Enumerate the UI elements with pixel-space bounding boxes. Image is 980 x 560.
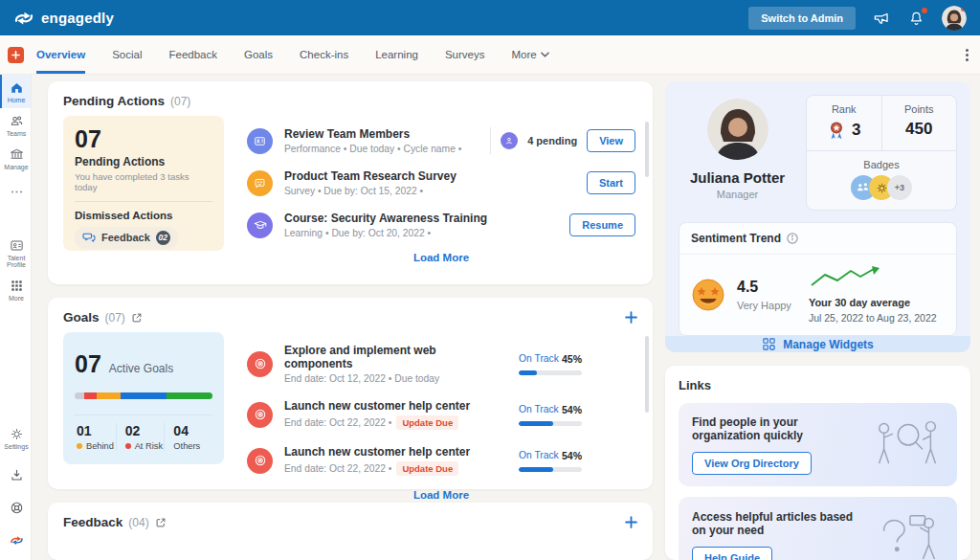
view-org-directory-button[interactable]: View Org Directory [692,452,812,475]
org-directory-illustration [871,415,946,475]
org-directory-link-item: Find people in your organization quickly… [679,403,957,486]
more-badges-count[interactable]: +3 [887,175,912,200]
pending-load-more-link[interactable]: Load More [247,246,635,263]
ellipsis-icon [10,185,24,199]
pending-row-meta: Performance • Due today • Cycle name • [284,144,461,154]
quick-add-button[interactable] [8,47,24,63]
goals-load-more-link[interactable]: Load More [247,483,635,501]
points-value: 450 [905,120,932,139]
tabbar-overflow-menu-icon[interactable] [966,49,969,61]
sentiment-average-label: Your 30 day average [809,297,937,308]
add-goal-button[interactable] [625,311,637,324]
pending-label: Pending Actions [75,155,212,168]
sidebar-item-home[interactable]: Home [0,75,31,108]
scrollbar-thumb[interactable] [645,122,649,177]
pending-number: 07 [75,126,212,153]
goals-external-link-icon[interactable] [131,312,143,324]
goal-target-icon [247,448,273,474]
points-cell: Points 450 [881,96,957,150]
sidebar-item-help[interactable] [0,495,31,520]
grid-icon [10,279,24,293]
talent-profile-icon [10,238,24,253]
help-guide-illustration [871,509,946,560]
performance-review-icon [247,128,273,154]
download-icon [10,468,24,482]
feedback-card: Feedback (04) [48,503,653,560]
sidebar-item-teams[interactable]: Teams [0,108,31,142]
status-dot [125,443,131,449]
goal-progress: On Track 54% [519,450,582,472]
info-icon[interactable] [787,233,798,244]
notifications-bell-icon[interactable] [908,10,924,27]
profile-avatar[interactable] [707,99,768,160]
org-directory-text: Find people in your organization quickly [692,415,863,442]
module-tabbar: Overview Social Feedback Goals Check-ins… [0,35,980,75]
tab-social[interactable]: Social [112,35,142,74]
top-header: engagedly Switch to Admin [0,0,980,35]
sidebar-item-more-apps[interactable]: More [0,273,31,306]
goal-row-title: Explore and implement web components [284,344,507,370]
goal-progress: On Track 45% [519,353,582,375]
sentiment-trend-card: Sentiment Trend [679,222,957,336]
start-button[interactable]: Start [587,171,635,194]
rank-points-badges-box: Rank 3 [806,95,957,211]
engagedly-dashboard: engagedly Switch to Admin [0,0,980,560]
pending-row-meta: Survey • Due by: Oct 15, 2022 • [284,186,457,196]
pending-row-title: Product Team Research Survey [284,169,457,183]
tab-feedback[interactable]: Feedback [168,35,217,74]
add-feedback-button[interactable] [625,516,637,528]
goal-row-title: Launch new customer help center [284,399,470,413]
feedback-external-link-icon[interactable] [155,517,167,528]
switch-to-admin-button[interactable]: Switch to Admin [748,7,856,30]
profile-name: Juliana Potter [690,169,785,186]
view-button[interactable]: View [587,129,635,152]
avatar-status-dot [961,6,967,11]
help-guide-link-item: Access helpful articles based on your ne… [679,497,957,560]
notification-dot [922,8,927,13]
update-due-badge: Update Due [396,461,458,476]
scrollbar-thumb[interactable] [645,336,649,413]
goals-stat-behind: 01 Behind [75,423,116,451]
links-title: Links [679,378,957,392]
goals-status-bar [75,392,212,399]
help-guide-button[interactable]: Help Guide [692,547,772,560]
update-due-badge: Update Due [396,415,458,430]
sidebar-item-talent-profile[interactable]: Talent Profile [0,233,31,273]
announcements-icon[interactable] [873,9,891,27]
resume-button[interactable]: Resume [569,213,635,236]
goal-row: Launch new customer help center End date… [247,437,635,483]
goal-target-icon [247,402,273,428]
goal-row-meta: End date: Oct 22, 2022 • [284,463,391,474]
sidebar-item-manage[interactable]: Manage [0,142,31,175]
dismissed-chip-label: Feedback [101,232,150,243]
goal-row: Explore and implement web components End… [247,336,635,392]
sentiment-mood: Very Happy [737,300,791,311]
sentiment-average-range: Jul 25, 2022 to Aug 23, 2022 [809,312,937,324]
teams-icon [10,114,24,128]
brand-logo[interactable]: engagedly [13,10,114,27]
sidebar-engagedly-logo[interactable] [0,527,31,552]
home-icon [10,80,24,95]
rank-value: 3 [852,121,860,140]
active-goals-number: 07 [75,351,101,378]
goals-card: Goals (07) 07 Active G [48,298,653,489]
profile-role: Manager [717,189,758,200]
pending-row-title: Review Team Members [284,127,461,141]
dismissed-feedback-chip[interactable]: Feedback 02 [75,227,178,249]
header-avatar[interactable] [942,6,967,31]
tab-surveys[interactable]: Surveys [445,35,485,74]
pending-subtext: You have completed 3 tasks today [75,171,212,192]
pending-row-title: Course: Security Awareness Training [284,212,487,225]
tab-overview[interactable]: Overview [36,35,85,74]
sidebar-item-settings[interactable]: Settings [0,421,31,455]
sidebar-item-downloads[interactable] [0,462,31,487]
manage-widgets-button[interactable]: Manage Widgets [665,336,970,352]
tab-goals[interactable]: Goals [244,35,273,74]
goals-stat-others: 04 Others [164,423,212,451]
sidebar-item-more-options[interactable] [0,179,31,204]
goal-status: On Track [519,404,559,414]
pending-actions-count: (07) [170,95,190,108]
tab-check-ins[interactable]: Check-ins [300,35,348,74]
tab-more[interactable]: More [512,35,549,74]
tab-learning[interactable]: Learning [375,35,418,74]
